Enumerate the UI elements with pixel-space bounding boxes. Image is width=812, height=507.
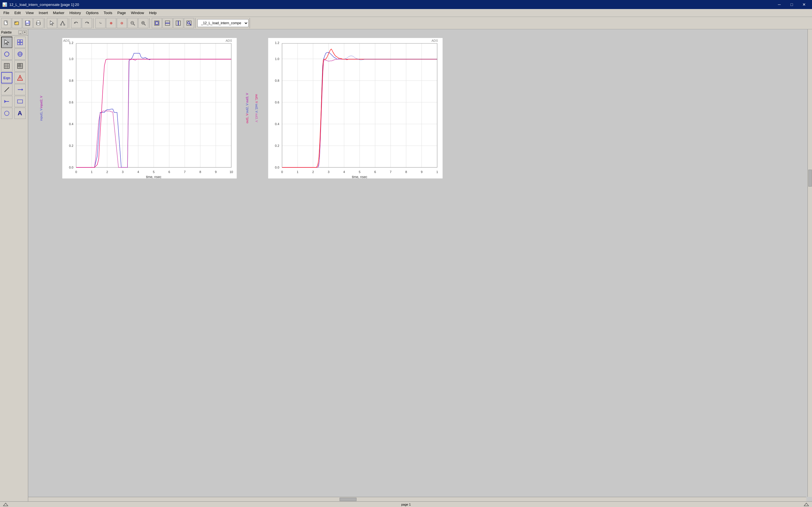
horizontal-scrollbar[interactable] [28, 497, 806, 501]
menu-help[interactable]: Help [147, 10, 159, 16]
zoom-y-button[interactable] [173, 18, 183, 28]
probe-button[interactable]: ⤷ [95, 18, 105, 28]
tool-arrow-left[interactable] [1, 96, 12, 107]
app-icon: 📊 [2, 2, 7, 7]
sep3 [93, 18, 94, 28]
zoom-in-button[interactable] [138, 18, 148, 28]
svg-rect-4 [26, 21, 28, 22]
svg-text:6: 6 [168, 170, 170, 174]
vertical-scroll-thumb[interactable] [808, 170, 812, 186]
svg-text:6: 6 [374, 170, 376, 174]
plot2-y-axis-area: out3, V out2, V out1, V [245, 38, 249, 179]
status-bar: page 1 [0, 501, 812, 507]
menu-file[interactable]: File [1, 10, 11, 16]
minimize-button[interactable]: ─ [774, 1, 785, 8]
svg-text:0.6: 0.6 [275, 101, 279, 104]
menu-bar: File Edit View Insert Marker History Opt… [0, 9, 812, 17]
menu-options[interactable]: Options [84, 10, 101, 16]
fit-all-button[interactable] [152, 18, 162, 28]
cut-button[interactable] [57, 18, 68, 28]
plot2-y-label-out2: out2, V [245, 103, 249, 113]
tool-circle-outline[interactable] [1, 49, 12, 60]
svg-marker-148 [804, 503, 809, 506]
tool-warning[interactable] [14, 72, 26, 83]
vertical-scrollbar[interactable] [808, 29, 812, 497]
svg-text:5: 5 [153, 170, 155, 174]
plot1-y-label-input1: input1, V [40, 109, 43, 121]
svg-rect-34 [20, 40, 22, 42]
svg-marker-9 [50, 21, 54, 25]
maximize-button[interactable]: □ [786, 1, 797, 8]
plot2-y-label-out3: out3, V [245, 93, 249, 103]
tool-circle-filled[interactable] [1, 108, 12, 119]
zoom-box-button[interactable] [184, 18, 194, 28]
svg-rect-33 [17, 40, 20, 42]
svg-text:5678: 5678 [18, 65, 21, 67]
add-marker-button[interactable]: ⊕ [106, 18, 116, 28]
plot2-y-label-out1: out1, V [245, 114, 249, 123]
menu-history[interactable]: History [67, 10, 83, 16]
svg-text:4: 4 [137, 170, 139, 174]
svg-rect-8 [37, 24, 40, 25]
plot1-legend-out3: out3, V [255, 113, 258, 122]
sep1 [45, 18, 46, 28]
svg-point-12 [60, 24, 61, 25]
menu-tools[interactable]: Tools [102, 10, 114, 16]
menu-marker[interactable]: Marker [51, 10, 66, 16]
open-button[interactable] [12, 18, 22, 28]
svg-text:ADS: ADS [225, 39, 232, 42]
close-button[interactable]: ✕ [799, 1, 810, 8]
tool-equation[interactable]: Eqn [1, 72, 12, 83]
menu-page[interactable]: Page [115, 10, 128, 16]
zoom-x-button[interactable] [162, 18, 172, 28]
svg-rect-35 [17, 43, 20, 45]
tool-line[interactable] [1, 84, 12, 95]
svg-point-55 [20, 79, 20, 80]
tool-grid[interactable] [14, 37, 26, 48]
new-button[interactable] [1, 18, 11, 28]
tool-pointer[interactable] [1, 37, 12, 48]
menu-insert[interactable]: Insert [36, 10, 50, 16]
svg-text:1: 1 [436, 170, 438, 174]
svg-line-20 [144, 24, 146, 25]
plot1-wrapper: input2, V input1, V ADS ADS [62, 38, 237, 179]
svg-text:0.4: 0.4 [69, 122, 73, 126]
print-button[interactable] [33, 18, 43, 28]
svg-text:1: 1 [297, 170, 298, 174]
window-controls: ─ □ ✕ [774, 1, 810, 8]
horizontal-scroll-thumb[interactable] [340, 498, 356, 501]
remove-marker-button[interactable]: ⊖ [117, 18, 127, 28]
svg-text:1.2: 1.2 [275, 41, 279, 45]
pointer-button[interactable] [47, 18, 57, 28]
svg-text:time, nsec: time, nsec [352, 175, 367, 179]
plot1-y-axis-area: input2, V input1, V [40, 38, 43, 179]
tool-text[interactable]: A [14, 108, 26, 119]
save-button[interactable] [22, 18, 33, 28]
tool-arrow[interactable] [14, 84, 26, 95]
tool-globe[interactable] [14, 49, 26, 60]
menu-window[interactable]: Window [129, 10, 146, 16]
zoom-out-button[interactable] [128, 18, 138, 28]
menu-edit[interactable]: Edit [12, 10, 23, 16]
tool-rectangle[interactable] [14, 96, 26, 107]
undo-button[interactable] [71, 18, 81, 28]
svg-text:0.6: 0.6 [69, 101, 73, 104]
svg-line-17 [134, 24, 135, 25]
svg-line-31 [190, 24, 191, 25]
svg-point-37 [4, 52, 9, 56]
palette-minimize[interactable]: _ [18, 31, 22, 35]
plot1-legend-out2: out2, V [255, 104, 258, 113]
svg-point-13 [64, 24, 65, 25]
tool-table-small[interactable] [1, 60, 12, 71]
main-area: Palette _ × 12345678 [0, 29, 812, 501]
page-label: page 1 [401, 503, 411, 506]
palette-close[interactable]: × [23, 31, 27, 35]
svg-text:8: 8 [405, 170, 407, 174]
simulation-dropdown[interactable]: _12_L_load_intern_compe [197, 19, 249, 27]
tool-number-label[interactable]: 12345678 [14, 60, 26, 71]
svg-text:3: 3 [122, 170, 123, 174]
menu-view[interactable]: View [23, 10, 36, 16]
plot1-legend-out1: out1, V [255, 94, 258, 103]
redo-button[interactable] [82, 18, 92, 28]
svg-text:2: 2 [106, 170, 108, 174]
